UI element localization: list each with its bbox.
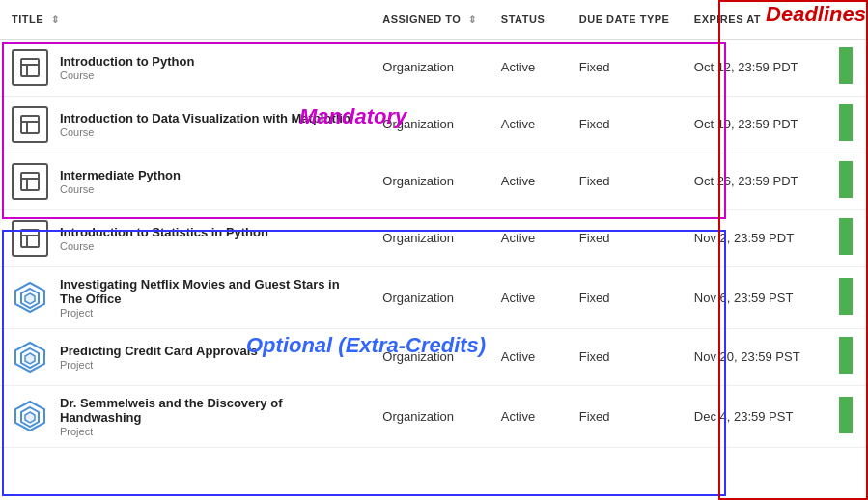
col-header-expires: EXPIRES AT bbox=[683, 0, 839, 39]
svg-marker-17 bbox=[25, 353, 35, 364]
title-sort-icon[interactable]: ⇕ bbox=[51, 14, 60, 25]
svg-rect-9 bbox=[21, 230, 39, 247]
project-icon bbox=[12, 398, 48, 434]
row-status-dot bbox=[839, 96, 868, 153]
row-status-dot bbox=[839, 385, 868, 447]
row-title: Introduction to Statistics in Python bbox=[60, 225, 268, 239]
row-status: Active bbox=[490, 153, 568, 209]
project-icon bbox=[12, 279, 48, 316]
main-table-container: Deadlines Mandatory Optional (Extra-Cred… bbox=[0, 0, 868, 500]
project-icon bbox=[12, 339, 48, 375]
row-assigned-to: Organization bbox=[371, 39, 490, 96]
col-header-assigned[interactable]: ASSIGNED TO ⇕ bbox=[371, 0, 490, 39]
row-type: Course bbox=[60, 126, 350, 138]
row-expires-at: Nov 20, 23:59 PST bbox=[683, 328, 839, 385]
row-title: Intermediate Python bbox=[60, 168, 181, 182]
course-icon bbox=[12, 106, 48, 143]
row-due-date-type: Fixed bbox=[568, 96, 683, 153]
row-assigned-to: Organization bbox=[371, 328, 490, 385]
row-type: Project bbox=[60, 426, 359, 437]
row-type: Project bbox=[60, 359, 258, 371]
assigned-sort-icon[interactable]: ⇕ bbox=[468, 14, 477, 25]
table-row[interactable]: Introduction to Python Course Organizati… bbox=[0, 39, 868, 96]
row-expires-at: Dec 4, 23:59 PST bbox=[683, 385, 839, 447]
row-status: Active bbox=[490, 96, 568, 153]
row-status-dot bbox=[839, 328, 868, 385]
row-expires-at: Nov 2, 23:59 PDT bbox=[683, 209, 839, 266]
table-row[interactable]: Introduction to Data Visualization with … bbox=[0, 96, 868, 153]
assignments-table: TITLE ⇕ ASSIGNED TO ⇕ STATUS DUE DATE TY… bbox=[0, 0, 868, 448]
table-row[interactable]: Introduction to Statistics in Python Cou… bbox=[0, 209, 868, 266]
course-icon bbox=[12, 220, 48, 257]
col-header-extra bbox=[839, 0, 868, 39]
table-header-row: TITLE ⇕ ASSIGNED TO ⇕ STATUS DUE DATE TY… bbox=[0, 0, 868, 39]
table-row[interactable]: Intermediate Python Course OrganizationA… bbox=[0, 153, 868, 209]
svg-rect-3 bbox=[21, 116, 39, 133]
row-due-date-type: Fixed bbox=[568, 385, 683, 447]
row-due-date-type: Fixed bbox=[568, 153, 683, 209]
svg-rect-0 bbox=[21, 59, 39, 76]
row-status-dot bbox=[839, 39, 868, 96]
row-due-date-type: Fixed bbox=[568, 39, 683, 96]
row-title: Introduction to Data Visualization with … bbox=[60, 111, 350, 125]
row-status-dot bbox=[839, 153, 868, 209]
row-type: Course bbox=[60, 240, 268, 252]
row-expires-at: Oct 12, 23:59 PDT bbox=[683, 39, 839, 96]
col-header-status: STATUS bbox=[490, 0, 568, 39]
svg-rect-6 bbox=[21, 173, 39, 190]
table-row[interactable]: Predicting Credit Card Approvals Project… bbox=[0, 328, 868, 385]
svg-marker-14 bbox=[25, 293, 35, 304]
row-status: Active bbox=[490, 328, 568, 385]
row-assigned-to: Organization bbox=[371, 385, 490, 447]
row-type: Project bbox=[60, 307, 359, 319]
course-icon bbox=[12, 163, 48, 200]
row-title: Introduction to Python bbox=[60, 54, 194, 69]
row-expires-at: Nov 6, 23:59 PST bbox=[683, 266, 839, 328]
row-assigned-to: Organization bbox=[371, 153, 490, 209]
table-row[interactable]: Dr. Semmelweis and the Discovery of Hand… bbox=[0, 385, 868, 447]
row-status-dot bbox=[839, 209, 868, 266]
row-expires-at: Oct 19, 23:59 PDT bbox=[683, 96, 839, 153]
row-status: Active bbox=[490, 209, 568, 266]
row-expires-at: Oct 26, 23:59 PDT bbox=[683, 153, 839, 209]
row-due-date-type: Fixed bbox=[568, 266, 683, 328]
row-type: Course bbox=[60, 183, 181, 195]
row-status: Active bbox=[490, 39, 568, 96]
row-title: Investigating Netflix Movies and Guest S… bbox=[60, 277, 359, 306]
row-status-dot bbox=[839, 266, 868, 328]
row-due-date-type: Fixed bbox=[568, 209, 683, 266]
col-header-title[interactable]: TITLE ⇕ bbox=[0, 0, 371, 39]
row-assigned-to: Organization bbox=[371, 96, 490, 153]
row-status: Active bbox=[490, 266, 568, 328]
row-assigned-to: Organization bbox=[371, 209, 490, 266]
row-due-date-type: Fixed bbox=[568, 328, 683, 385]
row-assigned-to: Organization bbox=[371, 266, 490, 328]
svg-marker-20 bbox=[25, 412, 35, 423]
row-title: Predicting Credit Card Approvals bbox=[60, 344, 258, 358]
course-icon bbox=[12, 49, 48, 86]
row-type: Course bbox=[60, 69, 194, 81]
col-header-due-type: DUE DATE TYPE bbox=[568, 0, 683, 39]
table-row[interactable]: Investigating Netflix Movies and Guest S… bbox=[0, 266, 868, 328]
row-status: Active bbox=[490, 385, 568, 447]
row-title: Dr. Semmelweis and the Discovery of Hand… bbox=[60, 396, 359, 425]
